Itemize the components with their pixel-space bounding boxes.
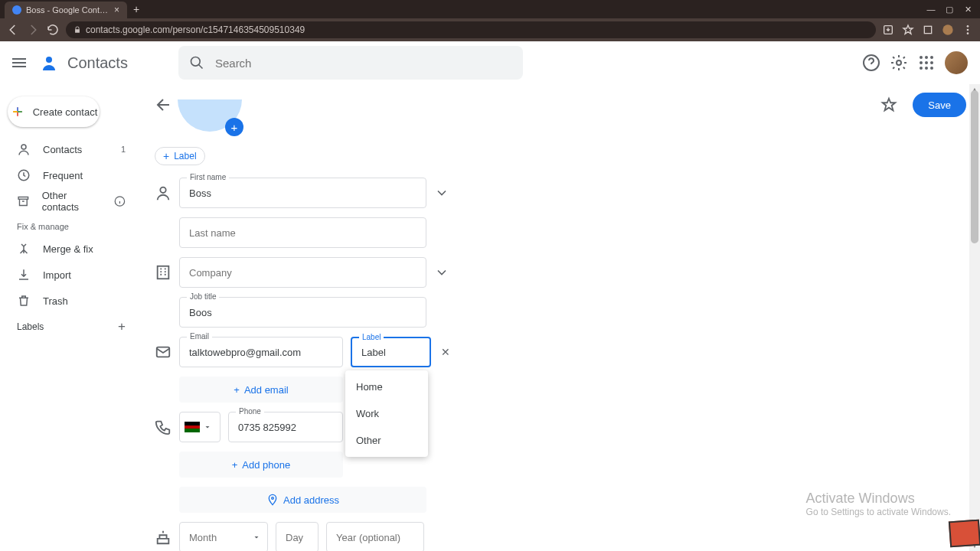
main-menu-icon[interactable] — [12, 54, 31, 72]
last-name-input[interactable] — [180, 227, 426, 239]
add-address-label: Add address — [283, 494, 339, 506]
save-button[interactable]: Save — [913, 93, 966, 117]
search-icon — [189, 55, 204, 70]
watermark-title: Activate Windows — [806, 491, 951, 507]
corner-sticker — [949, 520, 980, 548]
phone-input[interactable] — [229, 422, 342, 433]
watermark-subtitle: Go to Settings to activate Windows. — [806, 507, 951, 517]
trash-icon — [17, 294, 31, 308]
svg-point-4 — [967, 29, 969, 31]
settings-icon[interactable] — [890, 54, 908, 72]
star-icon[interactable] — [880, 84, 897, 126]
sidebar-item-import[interactable]: Import — [0, 262, 136, 288]
browser-tab[interactable]: Boss - Google Contacts × — [5, 2, 127, 18]
sidebar: Create contact Contacts 1 Frequent Other… — [0, 84, 136, 551]
history-icon — [17, 168, 31, 182]
install-icon[interactable] — [882, 24, 894, 36]
sidebar-item-label: Trash — [43, 295, 68, 307]
svg-rect-1 — [924, 26, 931, 33]
email-input[interactable] — [180, 347, 342, 358]
email-icon — [155, 344, 172, 360]
import-icon — [17, 268, 31, 282]
extension-icon[interactable] — [922, 24, 934, 36]
sidebar-item-other[interactable]: Other contacts — [0, 188, 136, 214]
nav-forward-icon[interactable] — [26, 23, 40, 37]
country-flag-icon — [185, 422, 200, 432]
sidebar-item-merge[interactable]: Merge & fix — [0, 236, 136, 262]
create-contact-button[interactable]: Create contact — [8, 96, 100, 127]
help-icon[interactable] — [862, 54, 880, 72]
svg-point-14 — [925, 61, 928, 64]
sidebar-item-contacts[interactable]: Contacts 1 — [0, 136, 136, 162]
first-name-label: First name — [187, 173, 229, 181]
window-maximize-icon[interactable]: ▢ — [945, 5, 954, 15]
add-label-button[interactable]: + — [118, 319, 126, 334]
new-tab-button[interactable]: + — [133, 3, 139, 15]
app-title: Contacts — [67, 54, 128, 72]
label-chip-text: Label — [174, 151, 196, 161]
cake-icon — [155, 529, 172, 546]
dropdown-option-home[interactable]: Home — [345, 373, 428, 400]
job-title-input[interactable] — [180, 307, 426, 318]
svg-point-3 — [967, 25, 969, 28]
svg-point-16 — [920, 67, 923, 70]
add-email-button[interactable]: + Add email — [179, 377, 343, 403]
svg-point-18 — [930, 67, 933, 70]
dropdown-option-work[interactable]: Work — [345, 400, 428, 427]
phone-label: Phone — [236, 407, 264, 416]
window-minimize-icon[interactable]: — — [926, 5, 936, 15]
vertical-scrollbar[interactable]: ▲ ▼ — [969, 84, 980, 551]
add-address-button[interactable]: Add address — [179, 487, 426, 513]
scrollbar-thumb[interactable] — [971, 90, 978, 243]
sidebar-item-trash[interactable]: Trash — [0, 288, 136, 314]
browser-address-bar: contacts.google.com/person/c154714635450… — [0, 18, 980, 41]
nav-reload-icon[interactable] — [46, 23, 60, 37]
app-header: Contacts — [0, 41, 980, 84]
email-type-input[interactable] — [352, 347, 430, 358]
svg-point-19 — [21, 145, 26, 149]
chevron-down-icon[interactable] — [203, 422, 212, 432]
phone-icon — [155, 419, 172, 435]
person-icon — [17, 142, 31, 156]
svg-point-2 — [942, 24, 952, 34]
svg-point-23 — [160, 187, 165, 193]
company-input[interactable] — [180, 267, 426, 279]
sidebar-item-frequent[interactable]: Frequent — [0, 162, 136, 188]
add-email-label: Add email — [244, 384, 289, 396]
account-avatar[interactable] — [945, 51, 968, 74]
create-contact-label: Create contact — [33, 106, 98, 118]
chevron-down-icon[interactable] — [434, 185, 449, 201]
search-box[interactable] — [178, 46, 523, 80]
sidebar-item-label: Import — [43, 269, 71, 281]
bookmark-star-icon[interactable] — [902, 24, 914, 36]
labels-header: Labels — [17, 321, 44, 332]
plus-icon: + — [232, 459, 238, 471]
add-label-chip[interactable]: + Label — [155, 147, 205, 165]
search-input[interactable] — [215, 57, 512, 70]
tab-title: Boss - Google Contacts — [26, 5, 109, 15]
add-phone-button[interactable]: + Add phone — [179, 452, 343, 478]
dropdown-option-other[interactable]: Other — [345, 427, 428, 454]
add-phone-label: Add phone — [242, 459, 290, 471]
chevron-down-icon[interactable] — [434, 265, 449, 280]
info-icon[interactable] — [114, 195, 126, 207]
avatar-add-icon[interactable]: + — [225, 118, 243, 136]
url-text: contacts.google.com/person/c154714635450… — [86, 24, 305, 35]
building-icon — [155, 264, 172, 281]
window-close-icon[interactable]: ✕ — [963, 5, 972, 15]
contact-avatar[interactable]: + — [178, 126, 242, 132]
url-bar[interactable]: contacts.google.com/person/c154714635450… — [66, 21, 876, 38]
profile-ext-icon[interactable] — [942, 24, 954, 36]
nav-back-icon[interactable] — [6, 23, 20, 37]
browser-menu-icon[interactable] — [962, 24, 974, 36]
tab-close-icon[interactable]: × — [114, 5, 119, 15]
svg-point-17 — [925, 67, 928, 70]
back-arrow-icon[interactable] — [155, 96, 173, 114]
day-input[interactable] — [276, 532, 318, 543]
svg-point-15 — [930, 61, 933, 64]
svg-rect-24 — [158, 266, 169, 279]
first-name-input[interactable] — [180, 187, 426, 199]
apps-grid-icon[interactable] — [917, 54, 936, 72]
remove-email-icon[interactable]: ✕ — [439, 346, 452, 358]
year-input[interactable] — [327, 532, 423, 543]
